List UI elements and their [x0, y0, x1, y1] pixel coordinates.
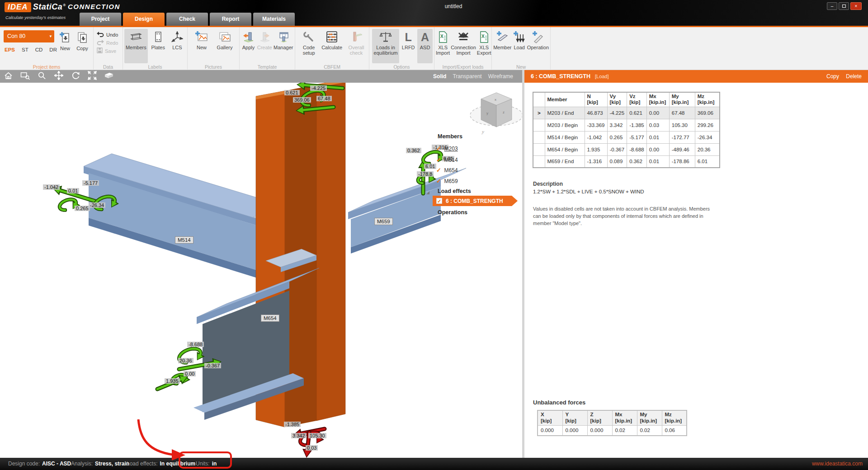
- calculate-button[interactable]: Calculate: [320, 29, 344, 63]
- checkbox-checked-icon[interactable]: ✓: [436, 167, 441, 174]
- loads-in-equilibrium-button[interactable]: Loads in equilibrium: [372, 29, 399, 63]
- pan-icon[interactable]: [50, 71, 67, 82]
- viewport-toolbar: Solid Transparent Wireframe: [0, 70, 522, 83]
- viewport-canvas[interactable]: y z x y 0.621-4.225369.0667.48-1.0420.01…: [0, 83, 522, 458]
- undo-icon: [97, 32, 104, 38]
- table-row[interactable]: > M203 / End 46.873 -4.225 0.621 0.00 67…: [533, 107, 720, 119]
- zoom-fit-icon[interactable]: [84, 71, 100, 82]
- overall-check-button[interactable]: Overall check: [345, 29, 368, 63]
- labels-plates-button[interactable]: Plates: [149, 29, 168, 63]
- checkbox-checked-icon[interactable]: ✓: [436, 145, 441, 152]
- template-create-button[interactable]: Create: [257, 29, 273, 63]
- table-row[interactable]: M654 / Begin 1.935 -0.367 -8.688 0.00 -4…: [533, 143, 720, 155]
- rotate-icon[interactable]: [67, 71, 84, 82]
- unbalanced-header-row: X[kip] Y[kip] Z[kip] Mx[kip.in] My[kip.i…: [538, 410, 687, 425]
- chevron-down-icon[interactable]: ▼: [49, 30, 52, 42]
- row-selector-icon: >: [533, 107, 545, 119]
- tab-design[interactable]: Design: [123, 13, 165, 26]
- member-tag: M514: [175, 236, 193, 244]
- tree-item-m203[interactable]: ✓ M203: [436, 145, 458, 152]
- tab-project[interactable]: Project: [80, 13, 121, 26]
- tab-materials[interactable]: Materials: [253, 13, 295, 26]
- gallery-icon: [218, 30, 231, 44]
- expander-icon[interactable]: [426, 189, 429, 196]
- project-item-selector[interactable]: Con 80 ▼: [4, 30, 54, 42]
- lrfd-button[interactable]: L LRFD: [400, 29, 416, 63]
- ideastatica-link[interactable]: www.ideastatica.com: [812, 461, 863, 467]
- delete-load-button[interactable]: Delete: [846, 73, 862, 80]
- description-heading: Description: [533, 181, 563, 187]
- table-row[interactable]: M203 / Begin -33.369 3.342 -1.385 0.03 1…: [533, 119, 720, 131]
- minimize-button[interactable]: –: [827, 2, 837, 10]
- checkbox-checked-icon[interactable]: ✓: [436, 198, 442, 204]
- checkbox-checked-icon[interactable]: ✓: [436, 156, 441, 163]
- force-label: 6.01: [424, 164, 436, 169]
- abacus-icon: [326, 30, 338, 44]
- template-apply-button[interactable]: Apply: [241, 29, 256, 63]
- view-mode-wireframe[interactable]: Wireframe: [488, 73, 513, 80]
- save-icon: [97, 47, 103, 54]
- svg-text:X: X: [440, 34, 443, 39]
- balance-scale-icon: [379, 30, 392, 44]
- status-analysis: Analysis:Stress, strain: [71, 461, 129, 467]
- new-operation-icon: [532, 30, 544, 44]
- tree-load-effects-header[interactable]: Load effects: [438, 188, 471, 194]
- tree-item-m514[interactable]: ✓ M514: [436, 156, 458, 163]
- force-label: 0.03: [306, 445, 318, 451]
- table-row[interactable]: M659 / End -1.316 0.089 0.362 0.01 -178.…: [533, 155, 720, 168]
- tree-operations-header[interactable]: Operations: [438, 209, 467, 216]
- new-project-item-button[interactable]: New: [57, 30, 73, 64]
- create-template-icon: [259, 30, 270, 44]
- app-name: CONNECTION: [68, 3, 120, 10]
- redo-icon: [97, 40, 104, 46]
- connection-import-button[interactable]: Connection Import: [451, 29, 476, 63]
- save-button[interactable]: Save: [95, 47, 116, 55]
- tree-item-m659[interactable]: ✓ M659: [436, 178, 458, 184]
- copy-load-button[interactable]: Copy: [826, 73, 839, 80]
- status-load-effects: Load effects:In equilibrium: [127, 461, 195, 467]
- pictures-new-button[interactable]: New: [191, 29, 212, 63]
- pictures-gallery-button[interactable]: Gallery: [213, 29, 236, 63]
- home-view-icon[interactable]: [0, 71, 17, 82]
- close-button[interactable]: ×: [850, 2, 862, 10]
- zoom-icon[interactable]: [33, 71, 50, 82]
- col-x: X[kip]: [538, 410, 562, 425]
- new-operation-button[interactable]: Operation: [527, 29, 549, 63]
- tree-item-m654[interactable]: ✓ M654: [436, 167, 458, 174]
- checkbox-checked-icon[interactable]: ✓: [436, 178, 441, 184]
- group-pictures: New Gallery Pictures: [188, 27, 240, 70]
- subtab-dr[interactable]: DR: [49, 47, 57, 52]
- tree-item-comb-strength[interactable]: ✓ 6 : COMB_STRENGTH: [433, 196, 518, 206]
- undo-button[interactable]: Undo: [95, 31, 118, 38]
- view-mode-transparent[interactable]: Transparent: [453, 73, 481, 80]
- copy-project-item-button[interactable]: Copy: [74, 30, 90, 64]
- new-member-button[interactable]: Member: [493, 29, 512, 63]
- tab-check[interactable]: Check: [166, 13, 208, 26]
- subtab-cd[interactable]: CD: [35, 47, 43, 52]
- new-load-button[interactable]: Load: [513, 29, 526, 63]
- table-row[interactable]: M514 / Begin -1.042 0.265 -5.177 0.01 -1…: [533, 131, 720, 143]
- redo-button[interactable]: Redo: [95, 39, 118, 47]
- subtab-st[interactable]: ST: [22, 47, 28, 52]
- wrench-icon: [303, 30, 315, 44]
- force-label: 67.48: [316, 96, 332, 101]
- col-n: N[kip]: [585, 92, 607, 107]
- xls-file-icon: X: [438, 30, 448, 44]
- force-label: 105.30: [308, 433, 326, 438]
- subtab-eps[interactable]: EPS: [5, 47, 15, 52]
- tab-report[interactable]: Report: [210, 13, 251, 26]
- solid-box-icon[interactable]: [100, 71, 117, 81]
- maximize-button[interactable]: [839, 2, 849, 10]
- view-mode-solid[interactable]: Solid: [433, 73, 446, 80]
- code-setup-button[interactable]: Code setup: [299, 29, 319, 63]
- labels-members-button[interactable]: Members: [124, 29, 148, 63]
- xls-export-button[interactable]: X XLS Export: [477, 29, 491, 63]
- labels-lcs-button[interactable]: LCS: [169, 29, 186, 63]
- zoom-window-icon[interactable]: [17, 71, 33, 82]
- force-label: 0.362: [406, 148, 421, 153]
- col-vz: Vz[kip]: [627, 92, 647, 107]
- asd-button[interactable]: A ASD: [417, 29, 433, 63]
- xls-import-button[interactable]: X XLS Import: [436, 29, 450, 63]
- template-manager-button[interactable]: Manager: [274, 29, 293, 63]
- group-new: Member Load Operation New: [492, 27, 551, 70]
